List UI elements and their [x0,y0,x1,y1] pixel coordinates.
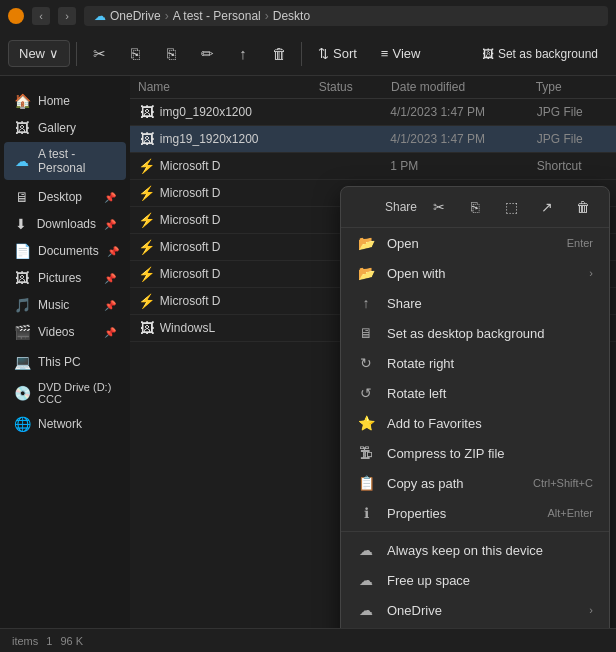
rename-button[interactable]: ✏ [191,38,223,70]
file-name: Microsoft D [160,159,311,173]
file-icon: ⚡ [138,266,156,282]
dvd-icon: 💿 [14,385,30,401]
documents-icon: 📄 [14,243,30,259]
sidebar-item-dvd[interactable]: 💿 DVD Drive (D:) CCC [4,376,126,410]
context-menu-item[interactable]: ⭐ Add to Favorites [341,408,609,438]
sidebar-label-videos: Videos [38,325,96,339]
sidebar-label-home: Home [38,94,116,108]
col-header-date[interactable]: Date modified [391,80,536,94]
ctx-share-button[interactable]: ↗ [533,193,561,221]
context-menu-item[interactable]: 📋 Copy as path Ctrl+Shift+C [341,468,609,498]
context-menu-item[interactable]: ↑ Share [341,288,609,318]
file-icon: ⚡ [138,158,156,174]
table-row[interactable]: 🖼 img19_1920x1200 4/1/2023 1:47 PM JPG F… [130,126,616,153]
sidebar-item-music[interactable]: 🎵 Music 📌 [4,292,126,318]
status-bar: items 1 96 K [0,628,616,652]
file-icon: ⚡ [138,293,156,309]
ctx-item-icon: 🗜 [357,445,375,461]
view-label: View [392,46,420,61]
context-menu-item[interactable]: ☁ OneDrive › [341,595,609,625]
sidebar-item-pictures[interactable]: 🖼 Pictures 📌 [4,265,126,291]
ctx-item-icon: 📂 [357,235,375,251]
sidebar-item-documents[interactable]: 📄 Documents 📌 [4,238,126,264]
context-toolbar: Share ✂ ⎘ ⬚ ↗ 🗑 [341,187,609,228]
context-menu-item[interactable]: ☁ Always keep on this device [341,535,609,565]
col-header-name[interactable]: Name [138,80,319,94]
sidebar-item-videos[interactable]: 🎬 Videos 📌 [4,319,126,345]
sidebar-label-downloads: Downloads [37,217,96,231]
gallery-icon: 🖼 [14,120,30,136]
context-menu-item[interactable]: 🗜 Compress to ZIP file [341,438,609,468]
ctx-item-label: Rotate left [387,386,593,401]
set-background-button[interactable]: 🖼 Set as background [472,42,608,66]
ctx-item-arrow: › [589,267,593,279]
music-icon: 🎵 [14,297,30,313]
ctx-cut-button[interactable]: ✂ [425,193,453,221]
sort-label: Sort [333,46,357,61]
sidebar-item-home[interactable]: 🏠 Home [4,88,126,114]
sidebar-item-thispc[interactable]: 💻 This PC [4,349,126,375]
address-bar[interactable]: ☁ OneDrive › A test - Personal › Deskto [84,6,608,26]
context-menu-item[interactable]: 📂 Open Enter [341,228,609,258]
file-list-header: Name Status Date modified Type [130,76,616,99]
paste-button[interactable]: ⎘ [155,38,187,70]
ctx-item-shortcut: Alt+Enter [547,507,593,519]
ctx-duplicate-button[interactable]: ⬚ [497,193,525,221]
ctx-item-label: Open with [387,266,577,281]
sidebar-item-downloads[interactable]: ⬇ Downloads 📌 [4,211,126,237]
copy-button[interactable]: ⎘ [119,38,151,70]
ctx-item-label: Compress to ZIP file [387,446,593,461]
cloud-icon: ☁ [14,153,30,169]
context-menu-item[interactable]: ↻ Rotate right [341,348,609,378]
context-menu-divider [341,531,609,532]
delete-button[interactable]: 🗑 [263,38,295,70]
sort-button[interactable]: ⇅ Sort [308,41,367,66]
new-button[interactable]: New ∨ [8,40,70,67]
view-button[interactable]: ≡ View [371,41,431,66]
sidebar-label-network: Network [38,417,116,431]
title-bar: ‹ › ☁ OneDrive › A test - Personal › Des… [0,0,616,32]
ctx-item-icon: ℹ [357,505,375,521]
ctx-delete-button[interactable]: 🗑 [569,193,597,221]
share-button[interactable]: ↑ [227,38,259,70]
set-bg-icon: 🖼 [482,47,494,61]
context-menu-item[interactable]: ℹ Properties Alt+Enter [341,498,609,528]
sidebar-label-music: Music [38,298,96,312]
sidebar-item-onedrive[interactable]: ☁ A test - Personal [4,142,126,180]
pin-icon-music: 📌 [104,300,116,311]
context-menu: Share ✂ ⎘ ⬚ ↗ 🗑 📂 Open Enter 📂 Open with… [340,186,610,628]
downloads-icon: ⬇ [14,216,29,232]
back-button[interactable]: ‹ [32,7,50,25]
sidebar-item-gallery[interactable]: 🖼 Gallery [4,115,126,141]
file-name: WindowsL [160,321,311,335]
ctx-item-label: Add to Favorites [387,416,593,431]
file-icon: 🖼 [138,320,156,336]
sidebar-item-desktop[interactable]: 🖥 Desktop 📌 [4,184,126,210]
forward-button[interactable]: › [58,7,76,25]
context-menu-item[interactable]: 📂 Open with › [341,258,609,288]
view-icon: ≡ [381,46,389,61]
col-header-type[interactable]: Type [536,80,608,94]
context-menu-item[interactable]: ☁ Free up space [341,565,609,595]
thispc-icon: 💻 [14,354,30,370]
file-icon: ⚡ [138,185,156,201]
sidebar-section-main: 🏠 Home 🖼 Gallery ☁ A test - Personal [0,88,130,180]
cut-button[interactable]: ✂ [83,38,115,70]
file-date: 1 PM [390,159,532,173]
table-row[interactable]: 🖼 img0_1920x1200 4/1/2023 1:47 PM JPG Fi… [130,99,616,126]
col-header-status[interactable]: Status [319,80,391,94]
ctx-item-label: Set as desktop background [387,326,593,341]
file-name: img19_1920x1200 [160,132,311,146]
pin-icon-videos: 📌 [104,327,116,338]
context-menu-item[interactable]: ↺ Rotate left [341,378,609,408]
sidebar-label-pictures: Pictures [38,271,96,285]
status-items-label: items [12,635,38,647]
ctx-item-icon: 🖥 [357,325,375,341]
ctx-copy-button[interactable]: ⎘ [461,193,489,221]
ctx-item-label: Free up space [387,573,593,588]
sidebar: 🏠 Home 🖼 Gallery ☁ A test - Personal 🖥 D… [0,76,130,628]
table-row[interactable]: ⚡ Microsoft D 1 PM Shortcut [130,153,616,180]
sidebar-item-network[interactable]: 🌐 Network [4,411,126,437]
file-type: JPG File [537,132,608,146]
context-menu-item[interactable]: 🖥 Set as desktop background [341,318,609,348]
